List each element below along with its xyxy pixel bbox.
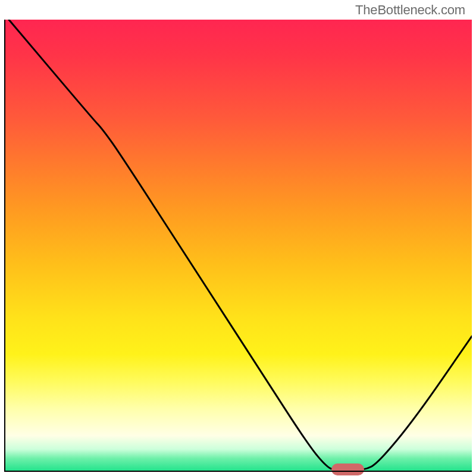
watermark-text: TheBottleneck.com [355, 2, 465, 18]
chart-background-gradient [4, 20, 472, 472]
optimal-range-marker [331, 464, 364, 475]
